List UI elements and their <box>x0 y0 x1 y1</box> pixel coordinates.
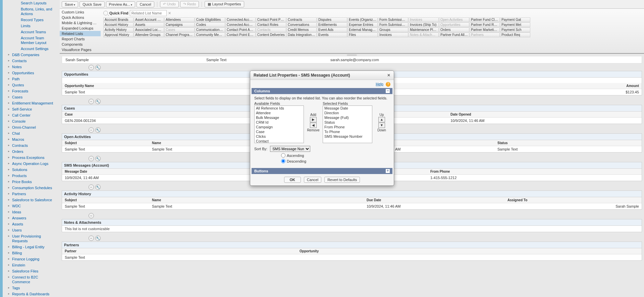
related-list-item[interactable]: Codes <box>195 23 225 27</box>
ascending-radio[interactable] <box>281 153 285 158</box>
related-list-item[interactable]: Partner Fund Requ... <box>470 23 500 27</box>
sidebar-subitem[interactable]: Record Types <box>3 17 60 23</box>
selected-field-option[interactable]: SMS Message Number <box>323 134 372 139</box>
cancel-button[interactable]: Cancel <box>137 1 154 7</box>
related-list-item[interactable]: Channel Program M... <box>164 33 195 37</box>
rl-wrench-icon[interactable]: 🔧 <box>95 99 101 104</box>
expand-icon[interactable]: + <box>386 169 390 173</box>
related-list-item[interactable]: Files <box>347 33 378 37</box>
preview-as-button[interactable]: Preview As... <box>106 1 136 7</box>
sidebar-item[interactable]: Finance Logging <box>3 256 60 262</box>
selected-field-option[interactable]: From Phone <box>323 125 372 129</box>
related-list-item[interactable]: Product Req <box>500 33 530 37</box>
modal-cancel-button[interactable]: Cancel <box>304 177 321 183</box>
sidebar-item[interactable]: Contracts <box>3 142 60 148</box>
quick-find-input[interactable] <box>130 10 167 16</box>
sidebar-subitem[interactable]: Search Layouts <box>3 0 60 6</box>
related-list-item[interactable]: Maintenance Plans <box>409 28 439 32</box>
sidebar-item[interactable]: Process Exceptions <box>3 155 60 161</box>
layout-category[interactable]: Custom Links <box>60 9 101 15</box>
sidebar-item[interactable]: Connect to B2C Commerce <box>3 274 60 285</box>
sidebar-item[interactable]: Opportunities <box>3 70 60 76</box>
related-list-item[interactable]: Cases <box>164 28 195 32</box>
sidebar-item[interactable]: Contacts <box>3 58 60 64</box>
sidebar-item[interactable]: Ideas <box>3 209 60 215</box>
related-list-item[interactable]: Events <box>317 33 347 37</box>
sidebar-item[interactable]: Solutions <box>3 167 60 173</box>
panel-resize-handle[interactable] <box>347 54 357 56</box>
related-list-item[interactable]: Partner Fund Allo... <box>439 33 469 37</box>
related-list-item[interactable]: Campaigns <box>164 23 195 27</box>
selected-fields-listbox[interactable]: Message DateDirectionMessage (Full)Statu… <box>323 105 372 143</box>
sidebar-item[interactable]: Salesforce Files <box>3 268 60 274</box>
sidebar-item[interactable]: Einstein <box>3 262 60 268</box>
available-field-option[interactable]: Clicks <box>255 134 304 139</box>
available-field-option[interactable]: All Reference Ids <box>255 106 304 111</box>
related-list-item[interactable]: Account History <box>103 23 133 27</box>
collapse-icon[interactable]: − <box>386 89 390 93</box>
related-list-item[interactable]: Payment Met <box>500 23 530 27</box>
sidebar-item[interactable]: Path <box>3 76 60 82</box>
related-list-item[interactable]: Contact Roles <box>256 23 286 27</box>
related-list-item[interactable]: Invoices <box>409 17 439 22</box>
related-list-item[interactable]: Contact Point Emails <box>225 33 256 37</box>
related-list-item[interactable]: Attendees <box>164 17 195 22</box>
help-link[interactable]: Help <box>376 82 383 86</box>
related-list-item[interactable]: Code Eligibilities <box>195 17 225 22</box>
related-list-item[interactable]: Attendee Groups <box>134 33 164 37</box>
rl-wrench-icon[interactable]: 🔧 <box>95 65 101 70</box>
related-list-item[interactable]: Activity History <box>103 28 133 32</box>
sidebar-item[interactable]: Console <box>3 118 60 124</box>
related-list-item[interactable]: Entitlements <box>317 23 347 27</box>
add-button[interactable]: ▶ <box>310 117 317 122</box>
selected-field-option[interactable]: To Phone <box>323 129 372 134</box>
sidebar-item[interactable]: Omni-Channel <box>3 124 60 130</box>
layout-category[interactable]: Expanded Lookups <box>60 26 101 31</box>
layout-category[interactable]: Quick Actions <box>60 15 101 20</box>
related-list-item[interactable]: Communication Sub... <box>195 28 225 32</box>
sidebar-item[interactable]: WDC <box>3 203 60 209</box>
sidebar-item[interactable]: Billing - Legal Entity <box>3 244 60 250</box>
layout-category[interactable]: Mobile & Lightning Actions <box>60 20 101 26</box>
sidebar-item[interactable]: Partners <box>3 191 60 197</box>
rl-remove-icon[interactable]: − <box>89 65 94 70</box>
rl-remove-icon[interactable]: − <box>89 127 94 133</box>
related-list-item[interactable]: Contact Point Add... <box>225 28 256 32</box>
related-list-item[interactable]: Contracts <box>286 17 317 22</box>
related-list-item[interactable]: Associated Locations <box>134 28 164 32</box>
save-button[interactable]: Save <box>62 1 78 7</box>
rl-wrench-icon[interactable]: 🔧 <box>95 184 101 190</box>
related-list-item[interactable]: Form Submissions <box>378 17 408 22</box>
layout-category[interactable]: Related Lists <box>60 31 101 36</box>
layout-category[interactable]: Report Charts <box>60 36 101 42</box>
related-list-item[interactable]: Open Activities <box>439 17 469 22</box>
sidebar-subitem[interactable]: Account Teams <box>3 29 60 35</box>
related-list-item[interactable]: Conversations <box>286 23 317 27</box>
selected-field-option[interactable]: Message Date <box>323 106 372 111</box>
related-list-item[interactable]: Opportunities <box>439 23 469 27</box>
related-list-item[interactable]: Connected Account... <box>225 17 256 22</box>
sort-by-select[interactable]: SMS Message Number <box>270 146 310 152</box>
sidebar-item[interactable]: Entitlement Management <box>3 100 60 106</box>
related-list-item[interactable]: Groups <box>378 28 408 32</box>
layout-properties-button[interactable]: ▦ Layout Properties <box>205 1 244 7</box>
related-list-item[interactable]: Contact Point Phones <box>256 17 286 22</box>
related-list-item[interactable]: Form Submissions <box>378 23 408 27</box>
layout-category[interactable]: Visualforce Pages <box>60 47 101 52</box>
sidebar-item[interactable]: Salesforce to Salesforce <box>3 197 60 203</box>
related-list-item[interactable]: Event Ads <box>317 28 347 32</box>
sidebar-item[interactable]: Self-Service <box>3 106 60 112</box>
related-list-item[interactable]: Credit Memos <box>286 28 317 32</box>
rl-remove-icon[interactable]: − <box>89 213 94 218</box>
revert-defaults-button[interactable]: Revert to Defaults <box>324 177 360 183</box>
related-list-item[interactable]: Approval History <box>103 33 133 37</box>
sidebar-item[interactable]: Notes <box>3 64 60 70</box>
available-fields-listbox[interactable]: All Reference IdsAttendeeBulk MessageCRM… <box>254 105 304 143</box>
related-list-item[interactable]: Contacts <box>256 28 286 32</box>
sidebar-item[interactable]: Orders <box>3 148 60 155</box>
quick-save-button[interactable]: Quick Save <box>79 1 104 7</box>
available-field-option[interactable]: Contact <box>255 139 304 143</box>
sidebar-item[interactable]: Async Operation Logs <box>3 161 60 167</box>
remove-button[interactable]: ◀ <box>310 123 317 128</box>
clear-search-icon[interactable]: ✕ <box>168 11 171 15</box>
